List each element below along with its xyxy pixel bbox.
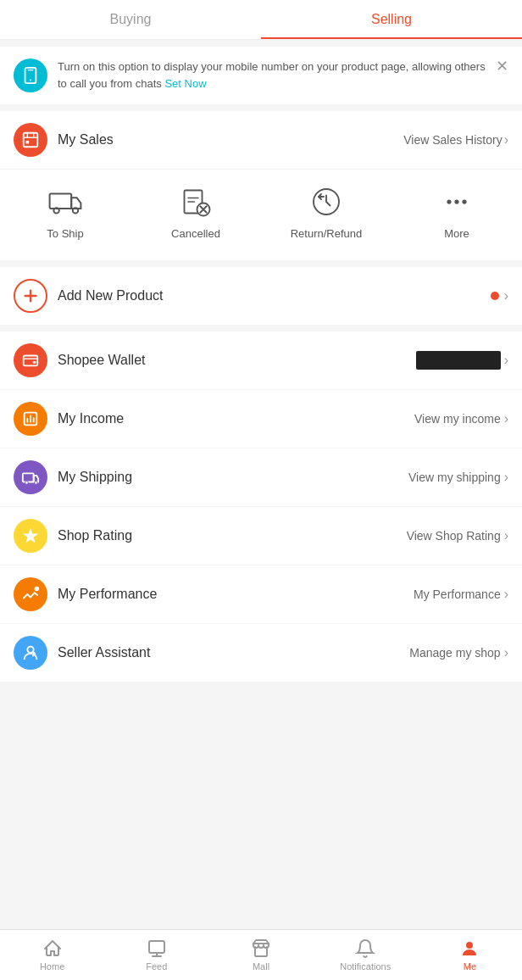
my-sales-icon [14, 123, 47, 157]
my-performance-icon [14, 577, 47, 611]
nav-mall-label: Mall [253, 961, 269, 972]
my-performance-item[interactable]: My Performance My Performance › [0, 565, 522, 623]
svg-point-18 [35, 482, 38, 485]
sales-grid: To Ship Cancelled [0, 169, 522, 260]
svg-point-5 [53, 208, 58, 213]
nav-notifications[interactable]: Notifications [314, 930, 418, 980]
my-shipping-item[interactable]: My Shipping View my shipping › [0, 448, 522, 506]
add-product-title: Add New Product [58, 288, 164, 303]
shop-rating-action: View Shop Rating [407, 529, 501, 543]
my-sales-section: My Sales View Sales History › To Ship [0, 111, 522, 260]
chevron-icon: › [504, 587, 508, 602]
chevron-icon: › [504, 353, 508, 368]
shopee-wallet-item[interactable]: Shopee Wallet › [0, 331, 522, 389]
my-income-icon [14, 402, 47, 436]
notification-dot [491, 292, 499, 300]
wallet-balance-redacted [416, 351, 501, 370]
cancelled-item[interactable]: Cancelled [130, 176, 261, 247]
my-shipping-action: View my shipping [408, 471, 501, 484]
svg-point-1 [30, 80, 31, 81]
chevron-icon: › [504, 470, 508, 485]
nav-notifications-label: Notifications [340, 961, 391, 972]
chevron-icon: › [504, 132, 508, 148]
svg-rect-13 [24, 356, 38, 366]
svg-rect-4 [50, 193, 72, 209]
svg-point-6 [73, 208, 78, 213]
add-product-icon [14, 279, 47, 313]
svg-rect-21 [149, 941, 164, 953]
seller-assistant-title: Seller Assistant [58, 645, 150, 660]
svg-point-10 [447, 199, 451, 203]
to-ship-icon [47, 183, 84, 220]
nav-mall[interactable]: Mall [208, 930, 313, 980]
chevron-icon: › [504, 645, 508, 660]
my-sales-header: My Sales View Sales History › [0, 111, 522, 169]
to-ship-label: To Ship [47, 227, 83, 240]
seller-assistant-action: Manage my shop [409, 646, 500, 660]
seller-assistant-icon [14, 636, 47, 670]
nav-feed[interactable]: Feed [104, 930, 208, 980]
chevron-icon: › [504, 411, 508, 426]
mobile-banner: Turn on this option to display your mobi… [0, 47, 522, 104]
svg-point-22 [466, 942, 473, 949]
menu-section: Shopee Wallet › My Income View my income… [0, 331, 522, 682]
nav-home-label: Home [40, 961, 64, 972]
view-sales-history-button[interactable]: View Sales History › [403, 132, 508, 148]
add-new-product-item[interactable]: Add New Product › [0, 267, 522, 325]
to-ship-item[interactable]: To Ship [0, 176, 130, 247]
more-item[interactable]: More [392, 176, 522, 247]
nav-feed-label: Feed [146, 961, 167, 972]
tab-buying[interactable]: Buying [0, 0, 261, 39]
svg-rect-14 [33, 361, 36, 364]
tab-selling[interactable]: Selling [261, 0, 522, 39]
svg-point-19 [35, 587, 40, 592]
svg-rect-16 [23, 473, 34, 482]
my-performance-title: My Performance [58, 587, 157, 602]
cancelled-icon [177, 183, 214, 220]
shopee-wallet-title: Shopee Wallet [58, 353, 145, 368]
my-income-title: My Income [58, 411, 124, 426]
bottom-navigation: Home Feed Mall Notifications Me [0, 929, 522, 980]
chevron-icon: › [504, 288, 508, 303]
seller-assistant-item[interactable]: Seller Assistant Manage my shop › [0, 623, 522, 682]
svg-point-12 [462, 199, 466, 203]
return-refund-label: Return/Refund [291, 227, 363, 240]
my-income-action: View my income [414, 412, 501, 426]
more-icon [438, 183, 475, 220]
my-shipping-icon [14, 460, 47, 494]
svg-rect-3 [26, 141, 30, 144]
my-shipping-title: My Shipping [58, 470, 132, 485]
shop-rating-item[interactable]: Shop Rating View Shop Rating › [0, 506, 522, 565]
banner-icon [14, 58, 47, 92]
set-now-link[interactable]: Set Now [164, 77, 206, 90]
return-refund-icon [308, 183, 345, 220]
banner-text: Turn on this option to display your mobi… [58, 58, 486, 92]
my-performance-action: My Performance [414, 587, 501, 601]
nav-me-label: Me [464, 961, 476, 972]
shop-rating-title: Shop Rating [58, 528, 132, 543]
svg-point-17 [25, 482, 29, 485]
nav-home[interactable]: Home [0, 930, 104, 980]
banner-close-button[interactable]: ✕ [496, 58, 508, 74]
return-refund-item[interactable]: Return/Refund [261, 176, 392, 247]
my-sales-title: My Sales [58, 132, 114, 148]
shop-rating-icon [14, 519, 47, 553]
cancelled-label: Cancelled [171, 227, 220, 240]
svg-rect-2 [24, 133, 38, 148]
chevron-icon: › [504, 528, 508, 543]
nav-me[interactable]: Me [418, 930, 522, 980]
more-label: More [444, 227, 469, 240]
tabs-container: Buying Selling [0, 0, 522, 40]
svg-point-11 [454, 199, 458, 203]
shopee-wallet-icon [14, 343, 47, 377]
my-income-item[interactable]: My Income View my income › [0, 389, 522, 448]
